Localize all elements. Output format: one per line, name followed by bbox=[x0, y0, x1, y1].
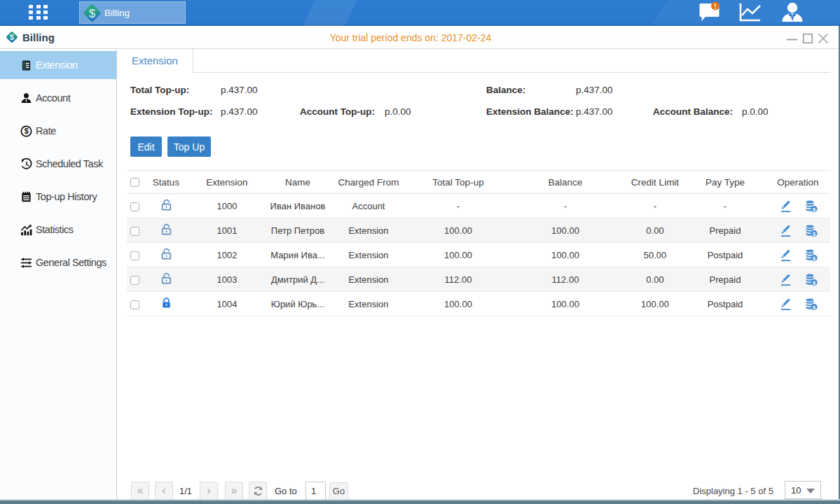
svg-text:$: $ bbox=[89, 7, 96, 20]
svg-text:!: ! bbox=[714, 3, 716, 10]
svg-text:$: $ bbox=[25, 127, 29, 135]
